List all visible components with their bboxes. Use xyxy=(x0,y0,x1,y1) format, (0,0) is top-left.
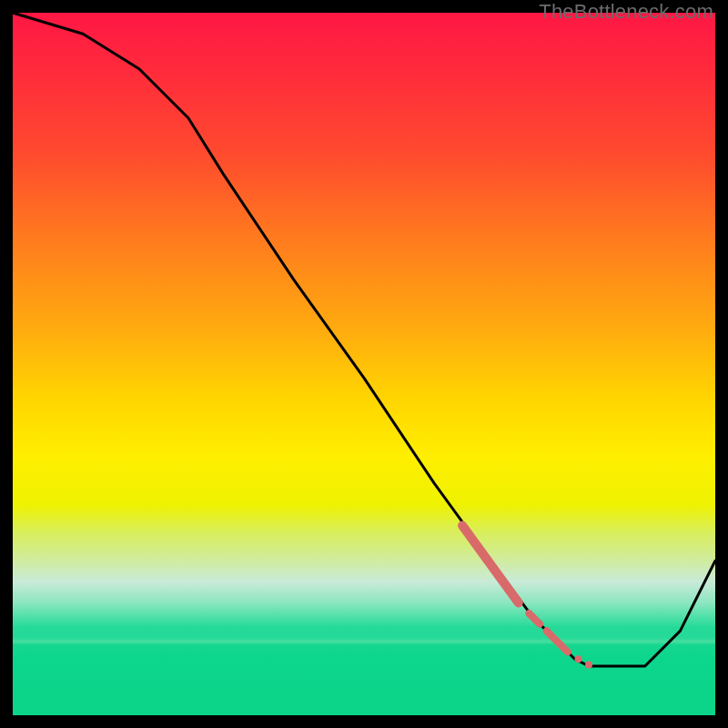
chart-background-gradient xyxy=(13,13,715,715)
watermark-text: TheBottleneck.com xyxy=(539,0,713,24)
chart-frame: TheBottleneck.com xyxy=(0,0,728,728)
